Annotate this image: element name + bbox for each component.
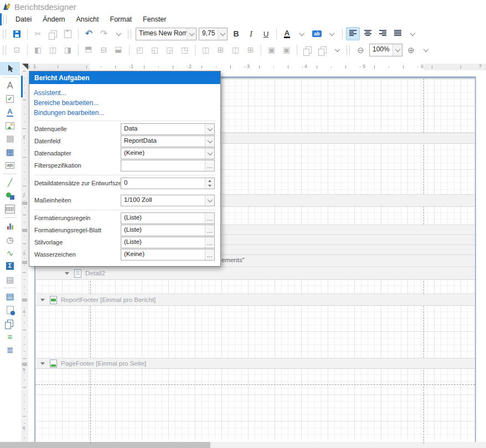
menubar-grip[interactable] [3, 15, 7, 24]
toolbar-grip[interactable] [3, 45, 6, 55]
formatierungsregeln-editor[interactable]: (Liste)… [121, 212, 215, 224]
chevron-down-icon [207, 126, 213, 131]
notes-tool[interactable]: ▤ [0, 273, 20, 286]
pointer-tool[interactable] [0, 62, 20, 75]
chevron-down-icon [299, 30, 305, 36]
undo-button[interactable]: ↶ [82, 27, 96, 40]
font-color-button[interactable]: A [280, 27, 294, 40]
zoom-dropdown[interactable] [419, 43, 433, 56]
align-right-button[interactable] [376, 27, 390, 40]
toolbar-grip[interactable] [347, 45, 350, 55]
pivot-grid-icon: Σ [6, 262, 14, 270]
shape-tool[interactable] [0, 189, 20, 202]
masseinheiten-dropdown-button[interactable] [205, 195, 214, 206]
link-bereiche-bearbeiten[interactable]: Bereiche bearbeiten... [34, 98, 216, 108]
band-splitter-handle[interactable] [22, 261, 27, 264]
font-name-combo-dropdown-button[interactable] [187, 28, 196, 40]
align-center-button[interactable] [361, 27, 375, 40]
page-info-tool[interactable] [0, 303, 20, 316]
line-tool[interactable]: ╱ [0, 176, 20, 189]
zoom-in-button[interactable]: ⊕ [404, 43, 418, 56]
datenadapter-editor[interactable]: (Keine) [121, 148, 215, 159]
label-tool[interactable]: A [0, 79, 20, 92]
menu-datei[interactable]: Datei [10, 14, 37, 24]
checkbox-tool[interactable]: ✔ [0, 92, 20, 106]
font-name-combo[interactable]: Times New Roman [136, 28, 197, 40]
font-size-combo[interactable]: 9,75 [199, 28, 228, 40]
table-of-contents-tool[interactable]: ▤ [0, 290, 20, 303]
horizontal-scrollbar[interactable] [0, 442, 486, 448]
wasserzeichen-editor[interactable]: (Keine)… [121, 249, 215, 261]
subreport-tool[interactable] [0, 316, 20, 330]
bold-button[interactable]: B [229, 27, 243, 40]
font-color-dropdown[interactable] [295, 27, 309, 40]
richtext-tool[interactable]: A [0, 106, 20, 119]
datenfeld-dropdown-button[interactable] [205, 136, 214, 147]
detaildatensaetze-spin-down-button[interactable] [205, 184, 214, 189]
underline-button[interactable]: U [259, 27, 273, 40]
link-assistent[interactable]: Assistent... [34, 88, 216, 98]
band-splitter-handle[interactable] [22, 299, 27, 301]
sparkline-tool[interactable]: ∿ [0, 246, 20, 259]
page-break-tool[interactable]: ≡ [0, 330, 20, 343]
horizontal-scrollbar-thumb[interactable] [0, 442, 210, 448]
band-pagefooter[interactable]: PageFooter [Einmal pro Seite] [35, 358, 475, 369]
save-button[interactable] [10, 27, 24, 40]
menu-format[interactable]: Format [105, 14, 138, 24]
character-comb-tool[interactable]: a|b [0, 159, 20, 172]
collapse-triangle-icon[interactable] [65, 272, 69, 275]
font-size-combo-dropdown-button[interactable] [218, 28, 227, 40]
highlight-button[interactable]: ab [310, 27, 324, 40]
order-dropdown[interactable] [330, 43, 344, 56]
menu-aendern[interactable]: Ändern [37, 14, 70, 24]
band-splitter-handle[interactable] [22, 202, 27, 205]
toolbar-grip[interactable] [128, 29, 131, 39]
table-tool[interactable]: ▦ [0, 145, 20, 159]
detaildatensaetze-editor[interactable]: 0 [121, 178, 215, 189]
band-splitter-handle[interactable] [22, 229, 27, 232]
align-justify-button[interactable] [391, 27, 405, 40]
datenfeld-editor[interactable]: ReportData [121, 136, 215, 147]
band-detail2[interactable]: Detail2 [35, 267, 475, 280]
band-reportfooter[interactable]: ReportFooter [Einmal pro Bericht] [35, 294, 475, 306]
gauge-tool[interactable]: ◷ [0, 233, 20, 246]
detaildatensaetze-spin-buttons[interactable] [205, 178, 214, 189]
link-bindungen-bearbeiten[interactable]: Bindungen bearbeiten... [34, 108, 216, 118]
cross-band-box-tool[interactable]: ≣ [0, 343, 20, 356]
zoom-out-button[interactable]: ⊖ [354, 43, 368, 56]
chart-tool[interactable] [0, 220, 20, 233]
wasserzeichen-ellipsis-button[interactable]: … [205, 249, 214, 260]
highlight-dropdown[interactable] [325, 27, 339, 40]
filterspezifikation-ellipsis-button[interactable]: … [205, 160, 214, 171]
formatierungsregeln-ellipsis-button[interactable]: … [205, 213, 214, 223]
popup-title: Bericht Aufgaben [29, 71, 220, 84]
masseinheiten-editor[interactable]: 1/100 Zoll [121, 195, 215, 206]
zoom-combo[interactable]: 100% [369, 44, 402, 56]
formatierungsregel-blatt-editor[interactable]: (Liste)… [121, 225, 215, 236]
italic-button[interactable]: I [244, 27, 258, 40]
datenquelle-dropdown-button[interactable] [205, 124, 214, 134]
menu-fenster[interactable]: Fenster [137, 14, 172, 24]
filterspezifikation-editor[interactable]: … [121, 160, 215, 171]
zoom-combo-dropdown-button[interactable] [392, 44, 402, 56]
text-align-overflow-dropdown[interactable] [406, 27, 420, 40]
detaildatensaetze-spin-up-button[interactable] [205, 178, 214, 184]
panel-tool[interactable] [0, 132, 20, 145]
stilvorlage-ellipsis-button[interactable]: … [205, 237, 214, 248]
toolbar-grip[interactable] [3, 29, 6, 39]
formatierungsregel-blatt-ellipsis-button[interactable]: … [205, 225, 214, 236]
ruler-corner[interactable] [21, 64, 28, 70]
undo-history-dropdown[interactable] [112, 27, 126, 40]
collapse-triangle-icon[interactable] [40, 299, 45, 301]
band-splitter-handle[interactable] [22, 363, 27, 366]
collapse-triangle-icon[interactable] [40, 362, 45, 365]
datenquelle-editor[interactable]: Data [121, 123, 215, 135]
align-left-button[interactable] [346, 27, 360, 40]
barcode-tool[interactable] [0, 202, 20, 216]
pivot-grid-tool[interactable]: Σ [0, 259, 20, 273]
menu-ansicht[interactable]: Ansicht [71, 14, 105, 24]
stilvorlage-editor[interactable]: (Liste)… [121, 237, 215, 248]
picture-tool[interactable] [0, 119, 20, 132]
font-color-icon: A [284, 29, 290, 38]
datenadapter-dropdown-button[interactable] [205, 148, 214, 159]
